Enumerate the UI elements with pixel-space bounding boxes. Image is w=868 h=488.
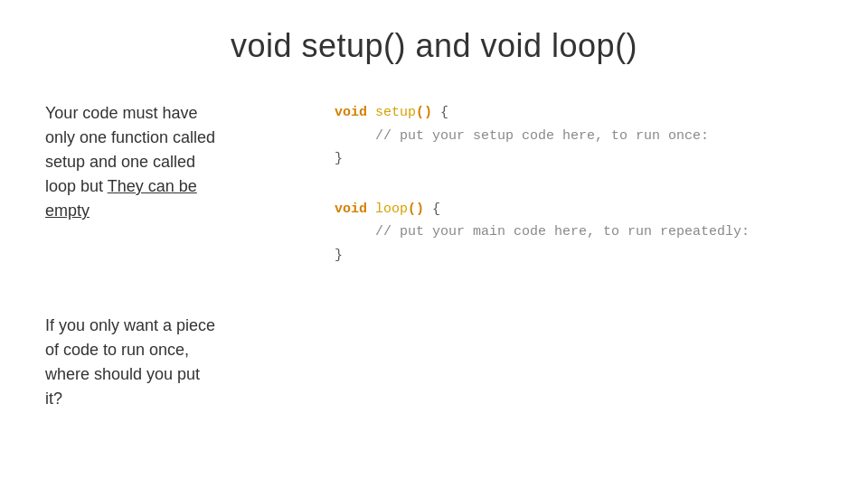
loop-code-block: void loop() { // put your main code here… [335,198,823,267]
setup-indent [335,128,367,144]
loop-comment-line: // put your main code here, to run repea… [335,221,823,244]
loop-comment-text: // put your main code here, to run repea… [375,224,750,239]
loop-brace-close-line: } [335,244,823,267]
slide-title: void setup() and void loop() [45,27,823,65]
setup-paren-open: ( [416,105,424,120]
setup-brace-open: { [440,105,448,120]
setup-paren-close: ) [424,105,432,120]
desc-line4-underline: They can be [108,177,197,195]
setup-comment-line: // put your setup code here, to run once… [335,125,823,148]
desc-line5: empty [45,202,90,220]
desc2-line4: it? [45,389,62,408]
loop-paren-open: ( [408,202,416,217]
desc-line3: setup and one called [45,153,195,171]
desc2-line1: If you only want a piece [45,316,215,334]
setup-code-block: void setup() { // put your setup code he… [335,101,823,171]
desc-line2: only one function called [45,128,215,146]
setup-void-keyword: void [335,105,367,120]
setup-function-text: setup [375,105,416,120]
right-column: void setup() { // put your setup code he… [316,101,823,411]
description-paragraph-1: Your code must have only one function ca… [45,101,316,223]
setup-comment-text: // put your setup code here, to run once… [375,128,709,144]
loop-function-name: loop() [375,202,424,217]
loop-signature-line: void loop() { [335,198,823,221]
left-column: Your code must have only one function ca… [45,101,316,411]
desc-line4-normal: loop but [45,177,108,195]
loop-brace-open: { [432,202,440,217]
desc2-line3: where should you put [45,365,200,383]
setup-brace-close-line: } [335,147,823,171]
setup-function-name: setup() [375,105,432,120]
setup-brace-close: } [335,151,343,166]
slide: void setup() and void loop() Your code m… [0,0,868,488]
loop-brace-close: } [335,248,343,263]
loop-void-keyword: void [335,202,367,217]
desc2-line2: of code to run once, [45,341,189,359]
content-area: Your code must have only one function ca… [45,101,823,411]
desc-line1: Your code must have [45,104,197,122]
loop-paren-close: ) [416,202,424,217]
description-paragraph-2: If you only want a piece of code to run … [45,314,316,411]
loop-function-text: loop [375,202,408,217]
setup-signature-line: void setup() { [335,101,823,125]
loop-indent [335,224,367,239]
